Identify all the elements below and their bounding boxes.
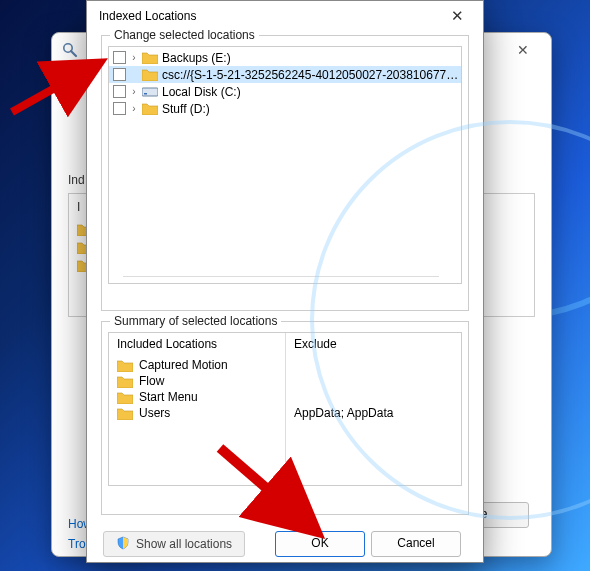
svg-rect-3 bbox=[144, 93, 147, 95]
tree-scrollbar-track[interactable] bbox=[123, 276, 439, 277]
exclude-header: Exclude bbox=[294, 337, 453, 351]
shield-icon bbox=[116, 536, 130, 553]
show-all-locations-button[interactable]: Show all locations bbox=[103, 531, 245, 557]
summary-included-column: Included Locations Captured MotionFlowSt… bbox=[109, 333, 285, 485]
folder-icon bbox=[142, 51, 158, 65]
dialog-title: Indexed Locations bbox=[99, 9, 196, 23]
tree-item[interactable]: ›Backups (E:) bbox=[109, 49, 461, 66]
change-locations-group: Change selected locations ›Backups (E:)›… bbox=[101, 35, 469, 311]
summary-group-label: Summary of selected locations bbox=[110, 314, 281, 328]
indexed-locations-dialog: Indexed Locations ✕ Change selected loca… bbox=[86, 0, 484, 563]
show-all-locations-label: Show all locations bbox=[136, 537, 232, 551]
tree-item[interactable]: ›Stuff (D:) bbox=[109, 100, 461, 117]
close-button[interactable]: ✕ bbox=[435, 3, 479, 29]
cancel-button[interactable]: Cancel bbox=[371, 531, 461, 557]
summary-item[interactable]: Flow bbox=[117, 373, 277, 389]
summary-exclude-value bbox=[294, 373, 453, 389]
svg-rect-2 bbox=[142, 88, 158, 96]
folder-icon bbox=[117, 407, 133, 420]
folder-icon bbox=[142, 102, 158, 116]
dialog-titlebar[interactable]: Indexed Locations ✕ bbox=[87, 1, 483, 31]
tree-item-label: csc://{S-1-5-21-3252562245-4012050027-20… bbox=[162, 68, 461, 82]
tree-item-label: Stuff (D:) bbox=[162, 102, 210, 116]
parent-close-button[interactable]: ✕ bbox=[501, 36, 545, 64]
disk-icon bbox=[142, 85, 158, 99]
tree-item[interactable]: ›Local Disk (C:) bbox=[109, 83, 461, 100]
summary-exclude-value: AppData; AppData bbox=[294, 405, 453, 421]
folder-icon bbox=[117, 375, 133, 388]
tree-item-checkbox[interactable] bbox=[113, 68, 126, 81]
summary-item[interactable]: Captured Motion bbox=[117, 357, 277, 373]
included-locations-header: Included Locations bbox=[117, 337, 277, 351]
tree-expand-chevron-icon[interactable]: › bbox=[128, 52, 140, 63]
tree-item-checkbox[interactable] bbox=[113, 85, 126, 98]
tree-item-checkbox[interactable] bbox=[113, 102, 126, 115]
folder-icon bbox=[117, 359, 133, 372]
summary-item[interactable]: Start Menu bbox=[117, 389, 277, 405]
summary-item-label: Captured Motion bbox=[139, 358, 228, 372]
svg-line-1 bbox=[71, 51, 76, 56]
summary-exclude-value bbox=[294, 389, 453, 405]
summary-item[interactable]: Users bbox=[117, 405, 277, 421]
summary-exclude-column: Exclude AppData; AppData bbox=[285, 333, 461, 485]
dialog-footer: Show all locations OK Cancel bbox=[101, 525, 469, 557]
indexing-options-icon bbox=[62, 42, 78, 58]
tree-item-label: Local Disk (C:) bbox=[162, 85, 241, 99]
tree-item-label: Backups (E:) bbox=[162, 51, 231, 65]
folder-icon bbox=[117, 391, 133, 404]
ok-button[interactable]: OK bbox=[275, 531, 365, 557]
summary-item-label: Flow bbox=[139, 374, 164, 388]
tree-expand-chevron-icon[interactable]: › bbox=[128, 86, 140, 97]
change-locations-label: Change selected locations bbox=[110, 28, 259, 42]
folder-icon bbox=[142, 68, 158, 82]
tree-item[interactable]: ›csc://{S-1-5-21-3252562245-4012050027-2… bbox=[109, 66, 461, 83]
summary-group: Summary of selected locations Included L… bbox=[101, 321, 469, 515]
summary-list: Included Locations Captured MotionFlowSt… bbox=[108, 332, 462, 486]
tree-expand-chevron-icon[interactable]: › bbox=[128, 103, 140, 114]
summary-item-label: Users bbox=[139, 406, 170, 420]
summary-item-label: Start Menu bbox=[139, 390, 198, 404]
locations-tree[interactable]: ›Backups (E:)›csc://{S-1-5-21-3252562245… bbox=[108, 46, 462, 284]
summary-exclude-value bbox=[294, 357, 453, 373]
tree-item-checkbox[interactable] bbox=[113, 51, 126, 64]
desktop-background: ✕ Ind I bbox=[0, 0, 590, 571]
